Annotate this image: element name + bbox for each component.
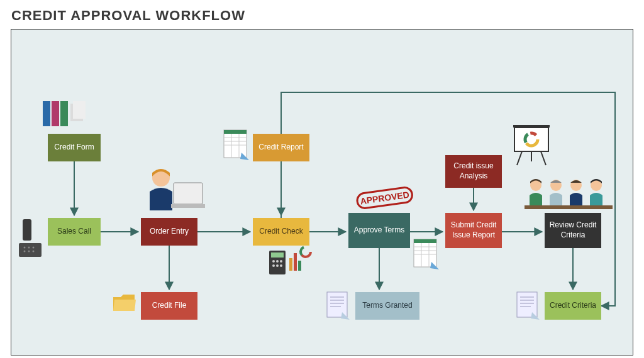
person-laptop-icon: [143, 166, 206, 218]
document-icon: [325, 290, 350, 322]
node-credit-report: Credit Report: [253, 134, 309, 161]
svg-point-38: [280, 260, 282, 263]
svg-rect-69: [525, 205, 613, 209]
workflow-canvas: Credit Form Sales Call Order Entry Credi…: [11, 29, 633, 355]
node-sales-call: Sales Call: [48, 218, 101, 246]
svg-line-66: [517, 151, 522, 165]
svg-point-21: [24, 251, 26, 252]
svg-rect-49: [327, 292, 347, 317]
svg-point-39: [272, 264, 275, 267]
svg-point-23: [33, 251, 35, 252]
svg-point-41: [280, 264, 282, 267]
svg-rect-15: [73, 101, 86, 119]
svg-point-20: [33, 247, 35, 249]
node-credit-issue-analysis: Credit issue Analysis: [445, 155, 502, 188]
node-approve-terms: Approve Terms: [348, 213, 410, 248]
svg-rect-13: [60, 101, 68, 126]
spreadsheet-icon: [411, 237, 439, 272]
svg-rect-54: [414, 239, 436, 267]
svg-rect-35: [271, 252, 284, 258]
node-credit-file: Credit File: [141, 292, 197, 320]
easel-chart-icon: [509, 124, 553, 170]
node-terms-granted: Terms Granted: [355, 292, 419, 320]
svg-point-22: [28, 251, 30, 252]
svg-rect-55: [414, 239, 436, 243]
svg-point-37: [276, 260, 279, 263]
page-title: CREDIT APPROVAL WORKFLOW: [0, 0, 644, 29]
svg-rect-43: [294, 253, 297, 271]
phone-icon: [16, 218, 45, 263]
svg-rect-12: [52, 101, 59, 126]
people-group-icon: [525, 176, 613, 214]
svg-point-18: [24, 247, 26, 249]
svg-rect-11: [43, 101, 50, 126]
calculator-chart-icon: [268, 242, 312, 279]
folder-icon: [112, 292, 137, 317]
node-order-entry: Order Entry: [141, 218, 197, 246]
svg-rect-61: [514, 127, 548, 151]
svg-rect-26: [171, 204, 205, 208]
svg-rect-74: [517, 292, 537, 317]
document-icon: [514, 290, 540, 322]
node-credit-form: Credit Form: [48, 134, 101, 161]
svg-rect-16: [23, 219, 31, 241]
svg-rect-62: [513, 125, 550, 127]
node-submit-credit-issue-report: Submit Credit Issue Report: [445, 213, 502, 248]
svg-rect-25: [174, 183, 203, 204]
svg-point-36: [272, 260, 275, 263]
svg-rect-27: [224, 130, 247, 158]
svg-rect-42: [289, 258, 292, 271]
svg-point-19: [28, 247, 30, 249]
binders-icon: [42, 97, 86, 131]
svg-rect-17: [19, 243, 42, 257]
node-review-credit-criteria: Review Credit Criteria: [545, 213, 601, 248]
svg-rect-44: [298, 261, 301, 271]
node-credit-criteria: Credit Criteria: [545, 292, 601, 320]
svg-point-40: [276, 264, 279, 267]
spreadsheet-icon: [221, 127, 249, 163]
svg-line-67: [541, 151, 546, 165]
approved-stamp-icon: APPROVED: [355, 183, 416, 215]
svg-rect-28: [224, 130, 247, 134]
